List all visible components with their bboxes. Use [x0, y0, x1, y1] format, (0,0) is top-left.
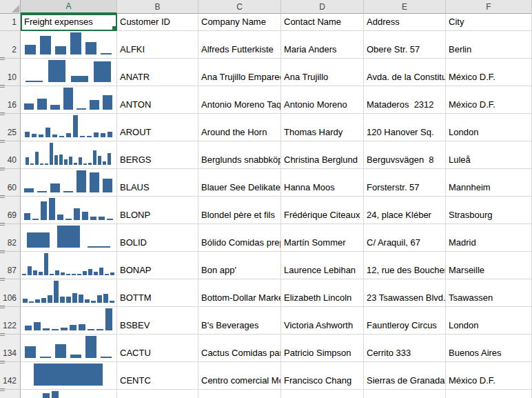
cell-b25[interactable]: AROUT [117, 114, 198, 141]
cell-e25[interactable]: 120 Hanover Sq. [364, 114, 446, 141]
row-header-87[interactable]: 87 [0, 252, 21, 279]
row-header-69[interactable]: 69 [0, 197, 21, 224]
cell-f-next[interactable] [446, 390, 532, 398]
row-header-82[interactable]: 82 [0, 224, 21, 252]
cell-f69[interactable]: Strasbourg [446, 197, 532, 224]
cell-e1[interactable]: Address [364, 14, 446, 31]
cell-e134[interactable]: Cerrito 333 [364, 335, 446, 362]
row-header-122[interactable]: 122 [0, 307, 21, 335]
cell-b82[interactable]: BOLID [117, 224, 198, 252]
cell-c16[interactable]: Antonio Moreno Taquería [198, 86, 281, 114]
cell-b134[interactable]: CACTU [117, 335, 198, 362]
cell-e60[interactable]: Forsterstr. 57 [364, 169, 446, 197]
cell-b-next[interactable] [117, 390, 198, 398]
cell-e142[interactable]: Sierras de Granada 9993 [364, 362, 446, 390]
column-header-b[interactable]: B [117, 0, 198, 14]
fill-handle[interactable] [112, 26, 116, 30]
cell-c134[interactable]: Cactus Comidas para llevar [198, 335, 281, 362]
cell-d-next[interactable] [281, 390, 364, 398]
cell-d60[interactable]: Hanna Moos [281, 169, 364, 197]
column-header-f[interactable]: F [446, 0, 532, 14]
cell-f40[interactable]: Luleå [446, 141, 532, 169]
cell-f106[interactable]: Tsawassen [446, 279, 532, 307]
cell-c60[interactable]: Blauer See Delikatessen [198, 169, 281, 197]
cell-d1[interactable]: Contact Name [281, 14, 364, 31]
cell-d25[interactable]: Thomas Hardy [281, 114, 364, 141]
cell-e-next[interactable] [364, 390, 446, 398]
sparkline-cell-16[interactable] [21, 86, 117, 114]
cell-e69[interactable]: 24, place Kléber [364, 197, 446, 224]
cell-b40[interactable]: BERGS [117, 141, 198, 169]
row-header-16[interactable]: 16 [0, 86, 21, 114]
sparkline-cell-10[interactable] [21, 59, 117, 86]
cell-c69[interactable]: Blondel père et fils [198, 197, 281, 224]
cell-b142[interactable]: CENTC [117, 362, 198, 390]
cell-e16[interactable]: Mataderos 2312 [364, 86, 446, 114]
cell-d134[interactable]: Patricio Simpson [281, 335, 364, 362]
cell-f122[interactable]: London [446, 307, 532, 335]
sparkline-cell-60[interactable] [21, 169, 117, 197]
cell-d16[interactable]: Antonio Moreno [281, 86, 364, 114]
row-header-25[interactable]: 25 [0, 114, 21, 141]
row-header-142[interactable]: 142 [0, 362, 21, 390]
cell-f2[interactable]: Berlin [446, 31, 532, 59]
select-all-button[interactable] [0, 0, 21, 14]
cell-f16[interactable]: México D.F. [446, 86, 532, 114]
cell-c25[interactable]: Around the Horn [198, 114, 281, 141]
cell-d87[interactable]: Laurence Lebihan [281, 252, 364, 279]
cell-f82[interactable]: Madrid [446, 224, 532, 252]
cell-b1[interactable]: Customer ID [117, 14, 198, 31]
sparkline-cell-87[interactable] [21, 252, 117, 279]
cell-f60[interactable]: Mannheim [446, 169, 532, 197]
sparkline-cell-122[interactable] [21, 307, 117, 335]
cell-d40[interactable]: Christina Berglund [281, 141, 364, 169]
cell-e2[interactable]: Obere Str. 57 [364, 31, 446, 59]
cell-b69[interactable]: BLONP [117, 197, 198, 224]
cell-b122[interactable]: BSBEV [117, 307, 198, 335]
cell-a1-active[interactable]: Freight expenses [21, 14, 117, 31]
cell-f87[interactable]: Marseille [446, 252, 532, 279]
cell-b87[interactable]: BONAP [117, 252, 198, 279]
column-header-e[interactable]: E [364, 0, 446, 14]
cell-c82[interactable]: Bólido Comidas preparadas [198, 224, 281, 252]
cell-b16[interactable]: ANTON [117, 86, 198, 114]
row-header-40[interactable]: 40 [0, 141, 21, 169]
sparkline-cell-106[interactable] [21, 279, 117, 307]
cell-d106[interactable]: Elizabeth Lincoln [281, 279, 364, 307]
cell-f142[interactable]: México D.F. [446, 362, 532, 390]
row-header-106[interactable]: 106 [0, 279, 21, 307]
sparkline-cell-134[interactable] [21, 335, 117, 362]
cell-b60[interactable]: BLAUS [117, 169, 198, 197]
cell-d142[interactable]: Francisco Chang [281, 362, 364, 390]
sparkline-cell-40[interactable] [21, 141, 117, 169]
cell-c10[interactable]: Ana Trujillo Emparedados y helados [198, 59, 281, 86]
cell-e106[interactable]: 23 Tsawassen Blvd. [364, 279, 446, 307]
row-header-10[interactable]: 10 [0, 59, 21, 86]
sparkline-cell-69[interactable] [21, 197, 117, 224]
column-header-c[interactable]: C [198, 0, 281, 14]
sparkline-cell-142[interactable] [21, 362, 117, 390]
sparkline-cell-next[interactable] [21, 390, 117, 398]
cell-d82[interactable]: Martín Sommer [281, 224, 364, 252]
row-header-60[interactable]: 60 [0, 169, 21, 197]
cell-d122[interactable]: Victoria Ashworth [281, 307, 364, 335]
sparkline-cell-25[interactable] [21, 114, 117, 141]
cell-f10[interactable]: México D.F. [446, 59, 532, 86]
cell-c1[interactable]: Company Name [198, 14, 281, 31]
cell-f134[interactable]: Buenos Aires [446, 335, 532, 362]
cell-c87[interactable]: Bon app' [198, 252, 281, 279]
cell-d10[interactable]: Ana Trujillo [281, 59, 364, 86]
cell-d69[interactable]: Frédérique Citeaux [281, 197, 364, 224]
cell-b2[interactable]: ALFKI [117, 31, 198, 59]
cell-e82[interactable]: C/ Araquil, 67 [364, 224, 446, 252]
cell-d2[interactable]: Maria Anders [281, 31, 364, 59]
sparkline-cell-82[interactable] [21, 224, 117, 252]
column-header-a[interactable]: A [21, 0, 117, 14]
row-header-1[interactable]: 1 [0, 14, 21, 31]
cell-c-next[interactable] [198, 390, 281, 398]
cell-c106[interactable]: Bottom-Dollar Markets [198, 279, 281, 307]
cell-b10[interactable]: ANATR [117, 59, 198, 86]
cell-e40[interactable]: Berguvsvägen 8 [364, 141, 446, 169]
row-header-2[interactable]: 2 [0, 31, 21, 59]
row-header-134[interactable]: 134 [0, 335, 21, 362]
